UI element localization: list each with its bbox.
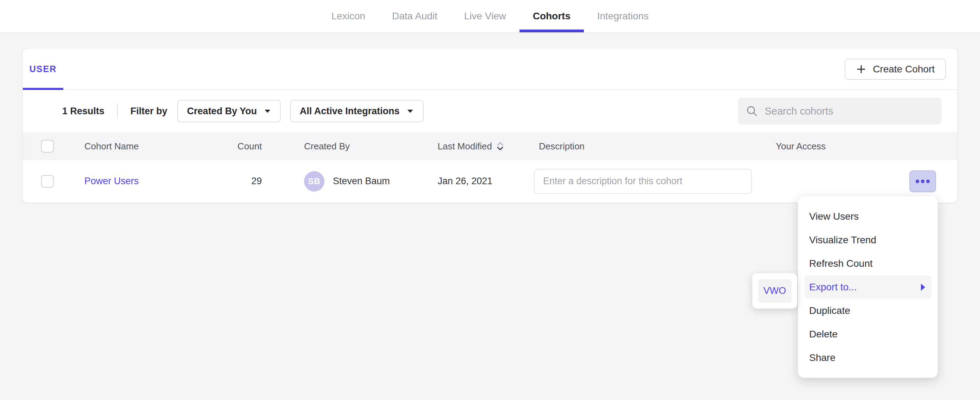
created-by-name: Steven Baum [333, 176, 390, 186]
column-header-cohort-name: Cohort Name [84, 141, 230, 152]
table-header: Cohort Name Count Created By Last Modifi… [23, 132, 957, 160]
column-header-last-modified[interactable]: Last Modified [431, 141, 529, 152]
filter-by-label: Filter by [130, 106, 167, 117]
plus-icon [856, 64, 867, 75]
menu-item-view-users[interactable]: View Users [798, 205, 938, 228]
search-box [738, 98, 942, 124]
nav-tab-lexicon[interactable]: Lexicon [318, 0, 379, 32]
column-header-label: Last Modified [438, 141, 492, 152]
nav-tab-label: Cohorts [533, 11, 571, 22]
nav-tab-cohorts[interactable]: Cohorts [520, 0, 584, 32]
menu-item-delete[interactable]: Delete [798, 322, 938, 346]
ellipsis-icon [926, 180, 930, 183]
nav-tab-label: Lexicon [331, 11, 366, 22]
menu-item-duplicate[interactable]: Duplicate [798, 299, 938, 322]
cohorts-panel: USER Create Cohort 1 Results Filter by C… [22, 48, 958, 203]
results-count: 1 Results [62, 106, 104, 117]
integrations-filter-value: All Active Integrations [300, 106, 400, 117]
active-tab-underline [520, 30, 584, 32]
row-checkbox-cell [23, 175, 84, 188]
created-by-filter-dropdown[interactable]: Created By You [177, 100, 281, 122]
row-actions-menu: View Users Visualize Trend Refresh Count… [798, 196, 938, 378]
top-bar: Lexicon Data Audit Live View Cohorts Int… [0, 0, 980, 33]
cohort-type-tabs: USER Create Cohort [23, 48, 957, 90]
cohort-count: 29 [230, 176, 269, 186]
search-input[interactable] [765, 105, 933, 117]
submenu-arrow-icon [921, 283, 926, 291]
sort-icon [496, 141, 504, 151]
vertical-divider [117, 104, 118, 119]
description-input[interactable] [534, 169, 752, 194]
nav-tab-integrations[interactable]: Integrations [584, 0, 662, 32]
row-actions-button[interactable] [909, 171, 936, 192]
menu-item-visualize-trend[interactable]: Visualize Trend [798, 228, 938, 252]
column-header-created-by: Created By [269, 141, 431, 152]
column-header-your-access: Your Access [775, 141, 957, 152]
search-icon [746, 105, 757, 117]
submenu-item-vwo[interactable]: VWO [758, 279, 792, 303]
top-navigation: Lexicon Data Audit Live View Cohorts Int… [318, 0, 662, 32]
nav-tab-live-view[interactable]: Live View [451, 0, 519, 32]
menu-item-share[interactable]: Share [798, 346, 938, 370]
tab-user[interactable]: USER [23, 48, 63, 89]
active-tab-underline [23, 88, 63, 90]
export-submenu: VWO [752, 273, 797, 309]
tab-user-label: USER [30, 64, 57, 74]
column-header-count: Count [230, 141, 269, 152]
create-cohort-button[interactable]: Create Cohort [845, 59, 946, 80]
chevron-down-icon [407, 109, 414, 113]
nav-tab-label: Live View [464, 11, 506, 22]
create-cohort-label: Create Cohort [873, 64, 935, 75]
header-checkbox-cell [23, 140, 84, 153]
nav-tab-label: Integrations [597, 11, 649, 22]
menu-item-refresh-count[interactable]: Refresh Count [798, 252, 938, 275]
ellipsis-icon [916, 180, 919, 183]
row-actions-cell [775, 171, 957, 192]
chevron-down-icon [264, 109, 271, 113]
integrations-filter-dropdown[interactable]: All Active Integrations [290, 100, 423, 122]
nav-tab-label: Data Audit [392, 11, 437, 22]
cohort-name-cell: Power Users [84, 176, 230, 186]
ellipsis-icon [921, 180, 924, 183]
cohort-name-link[interactable]: Power Users [84, 176, 139, 186]
last-modified-date: Jan 26, 2021 [431, 176, 529, 186]
created-by-filter-value: Created By You [187, 106, 257, 117]
created-by-cell: SB Steven Baum [269, 171, 431, 191]
avatar: SB [304, 171, 325, 191]
filter-bar: 1 Results Filter by Created By You All A… [23, 90, 957, 132]
menu-item-label: Export to... [809, 282, 857, 293]
row-checkbox[interactable] [41, 175, 54, 188]
description-cell [529, 169, 775, 194]
column-header-description: Description [529, 141, 775, 152]
select-all-checkbox[interactable] [41, 140, 54, 153]
nav-tab-data-audit[interactable]: Data Audit [379, 0, 451, 32]
menu-item-export-to[interactable]: Export to... [804, 275, 931, 299]
